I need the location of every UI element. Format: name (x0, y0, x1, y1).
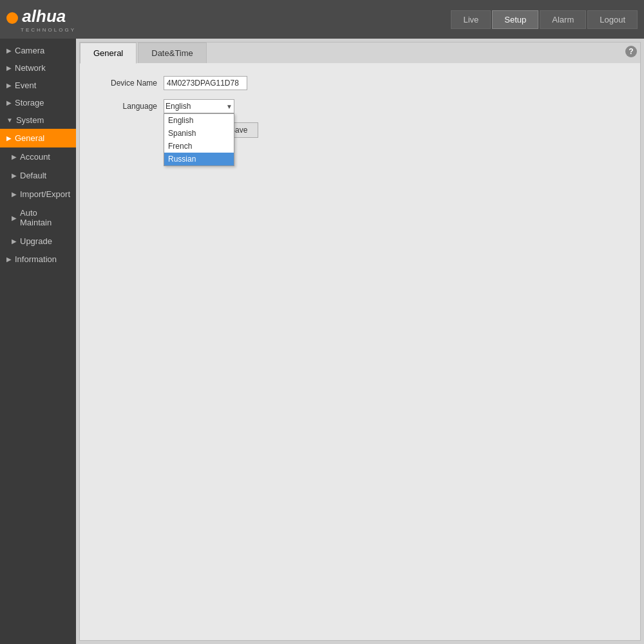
chevron-right-icon: ▶ (6, 47, 12, 54)
chevron-right-icon: ▶ (6, 82, 12, 89)
logo-area: alhua TECHNOLOGY (6, 6, 76, 33)
nav-alarm-button[interactable]: Alarm (540, 10, 586, 29)
option-spanish[interactable]: Spanish (164, 127, 234, 140)
sidebar-item-default[interactable]: ▶ Default (0, 166, 76, 185)
sidebar-item-automaintain[interactable]: ▶ Auto Maintain (0, 204, 76, 232)
nav-live-button[interactable]: Live (451, 10, 491, 29)
sidebar-item-label: General (15, 133, 44, 143)
option-russian[interactable]: Russian (164, 153, 234, 166)
chevron-right-icon: ▶ (12, 238, 17, 245)
main-layout: ▶ Camera ▶ Network ▶ Event ▶ Storage ▼ S… (0, 39, 644, 644)
sidebar-item-general[interactable]: ▶ General (0, 129, 76, 147)
chevron-right-icon: ▶ (12, 214, 17, 222)
tab-header-row: General Date&Time ? (80, 43, 640, 63)
sidebar-item-label: Event (15, 80, 36, 90)
option-english[interactable]: English (164, 114, 234, 127)
chevron-right-icon: ▶ (6, 135, 12, 142)
tab-general[interactable]: General (80, 43, 137, 64)
sidebar-item-label: Upgrade (20, 236, 52, 246)
sidebar-item-upgrade[interactable]: ▶ Upgrade (0, 232, 76, 251)
language-select[interactable]: English ▼ (164, 99, 234, 113)
tab-datetime[interactable]: Date&Time (138, 43, 207, 63)
logo-text: alhua (22, 6, 66, 26)
nav-logout-button[interactable]: Logout (587, 10, 638, 29)
chevron-right-icon: ▶ (6, 99, 12, 106)
dropdown-arrow-icon: ▼ (226, 103, 232, 110)
sidebar-item-importexport[interactable]: ▶ Import/Export (0, 185, 76, 204)
logo-icon (6, 12, 18, 24)
sidebar-item-label: Network (15, 63, 46, 73)
chevron-right-icon: ▶ (6, 256, 12, 263)
device-name-row: Device Name (93, 76, 627, 90)
content-panel: General Date&Time ? Device Name Language… (79, 42, 641, 641)
sidebar-item-label: System (16, 115, 44, 125)
chevron-right-icon: ▶ (6, 64, 12, 71)
sidebar-item-label: Information (15, 254, 57, 264)
sidebar-item-information[interactable]: ▶ Information (0, 251, 76, 268)
topbar: alhua TECHNOLOGY Live Setup Alarm Logout (0, 0, 644, 39)
sidebar-item-label: Account (20, 152, 50, 162)
device-name-input[interactable] (164, 76, 247, 90)
sidebar-item-camera[interactable]: ▶ Camera (0, 42, 76, 59)
video-standard-row: Refresh Save (167, 122, 627, 138)
language-dropdown-list: English Spanish French Russian (164, 113, 234, 166)
chevron-right-icon: ▶ (12, 172, 17, 179)
help-icon[interactable]: ? (625, 46, 637, 57)
language-label: Language (93, 102, 164, 111)
sidebar-item-storage[interactable]: ▶ Storage (0, 94, 76, 111)
option-french[interactable]: French (164, 140, 234, 153)
chevron-down-icon: ▼ (6, 117, 13, 124)
chevron-right-icon: ▶ (12, 191, 17, 198)
sidebar: ▶ Camera ▶ Network ▶ Event ▶ Storage ▼ S… (0, 39, 76, 644)
sidebar-item-system[interactable]: ▼ System (0, 111, 76, 129)
form-area: Device Name Language English ▼ English S… (80, 63, 640, 160)
chevron-right-icon: ▶ (12, 153, 17, 160)
nav-setup-button[interactable]: Setup (492, 10, 538, 29)
device-name-label: Device Name (93, 79, 164, 88)
sidebar-item-label: Camera (15, 46, 44, 55)
sidebar-item-label: Import/Export (20, 189, 70, 199)
language-selected-value: English (166, 102, 226, 111)
logo-sub: TECHNOLOGY (21, 27, 76, 33)
sidebar-item-account[interactable]: ▶ Account (0, 147, 76, 166)
language-row: Language English ▼ English Spanish Frenc… (93, 99, 627, 113)
sidebar-item-label: Storage (15, 98, 44, 108)
nav-buttons: Live Setup Alarm Logout (451, 10, 638, 29)
sidebar-item-event[interactable]: ▶ Event (0, 77, 76, 94)
language-dropdown-container: English ▼ English Spanish French Russian (164, 99, 234, 113)
sidebar-item-label: Default (20, 171, 46, 180)
content-area: General Date&Time ? Device Name Language… (76, 39, 644, 644)
sidebar-item-label: Auto Maintain (20, 208, 70, 227)
sidebar-item-network[interactable]: ▶ Network (0, 59, 76, 77)
